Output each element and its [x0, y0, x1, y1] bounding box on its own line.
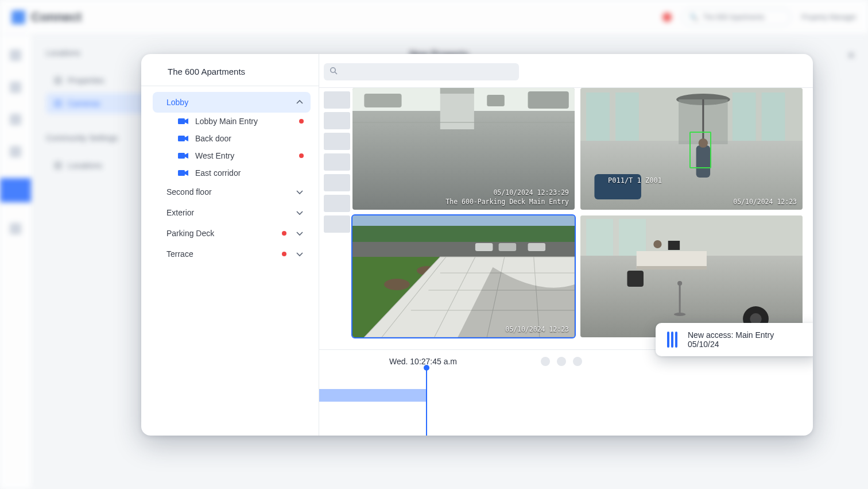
- camera-west-entry[interactable]: West Entry: [153, 147, 311, 164]
- thumbnail[interactable]: [324, 195, 350, 212]
- svg-rect-0: [178, 118, 185, 124]
- thumbnail[interactable]: [324, 133, 350, 150]
- camera-search[interactable]: [324, 63, 519, 80]
- camera-icon: [178, 152, 188, 160]
- camera-label: Back door: [195, 134, 231, 143]
- timeline-playhead[interactable]: [426, 367, 427, 436]
- global-search-text: The 600 Apartments: [703, 13, 765, 21]
- rail-item-active[interactable]: [0, 178, 31, 202]
- camera-tree-panel: The 600 Apartments Lobby Lobby Main Entr…: [141, 54, 319, 436]
- group-label: Lobby: [166, 98, 188, 107]
- building-icon: [54, 76, 62, 84]
- feed-tile-parking-deck[interactable]: 05/10/2024 12:23:29 The 600-Parking Deck…: [352, 88, 575, 210]
- camera-back-door[interactable]: Back door: [153, 130, 311, 147]
- notification-dot-icon[interactable]: [662, 13, 672, 22]
- nav-rail: [0, 34, 31, 489]
- close-icon[interactable]: ✕: [847, 50, 857, 59]
- feeds-panel: 05/10/2024 12:23:29 The 600-Parking Deck…: [319, 54, 813, 436]
- chevron-down-icon: [296, 209, 304, 217]
- feed-overlay: 05/10/2024 12:23: [505, 325, 569, 334]
- svg-rect-38: [475, 243, 493, 251]
- camera-label: Lobby Main Entry: [195, 117, 258, 126]
- camera-grid: 05/10/2024 12:23:29 The 600-Parking Deck…: [352, 88, 803, 337]
- group-label: Parking Deck: [166, 229, 214, 238]
- svg-rect-43: [586, 219, 613, 256]
- svg-rect-16: [615, 93, 639, 141]
- chevron-down-icon: [296, 229, 304, 237]
- group-parking-deck[interactable]: Parking Deck: [153, 223, 311, 244]
- svg-point-48: [653, 240, 661, 248]
- top-bar: Connect 🔍 The 600 Apartments Property Ma…: [0, 0, 868, 34]
- svg-rect-40: [528, 243, 546, 251]
- user-role[interactable]: Property Manager: [801, 13, 857, 21]
- timeline-control-button[interactable]: [573, 357, 582, 366]
- group-second-floor[interactable]: Second floor: [153, 182, 311, 202]
- alert-dot-icon: [282, 231, 286, 236]
- svg-rect-42: [580, 215, 803, 256]
- camera-tree: Lobby Lobby Main Entry Back door: [141, 86, 319, 270]
- svg-rect-12: [487, 95, 505, 106]
- rail-item-3[interactable]: [10, 114, 21, 125]
- side-row-label: Locations: [68, 161, 102, 170]
- svg-rect-1: [178, 136, 185, 141]
- chevron-up-icon: [296, 98, 304, 106]
- global-search[interactable]: 🔍 The 600 Apartments: [682, 9, 791, 26]
- rail-item-2[interactable]: [10, 82, 21, 93]
- thumbnail-strip: [319, 88, 351, 349]
- svg-rect-3: [178, 170, 185, 176]
- group-label: Second floor: [166, 187, 212, 197]
- feed-overlay: 05/10/2024 12:23:29 The 600-Parking Deck…: [445, 188, 569, 206]
- camera-icon: [178, 134, 188, 143]
- chevron-down-icon: [296, 250, 304, 258]
- svg-rect-11: [364, 94, 401, 107]
- svg-rect-18: [762, 93, 785, 141]
- detection-box: [689, 132, 711, 168]
- camera-lobby-main-entry[interactable]: Lobby Main Entry: [153, 113, 311, 130]
- timeline-control-button[interactable]: [541, 357, 550, 366]
- svg-rect-54: [627, 271, 644, 287]
- thumbnail[interactable]: [324, 215, 350, 233]
- alert-dot-icon: [282, 252, 286, 256]
- timeline-segment: [319, 389, 426, 402]
- svg-rect-10: [528, 91, 569, 109]
- camera-viewer-modal: The 600 Apartments Lobby Lobby Main Entr…: [141, 54, 813, 436]
- feed-overlay: 05/10/2024 12:23: [733, 197, 797, 206]
- access-toast[interactable]: New access: Main Entry 05/10/24: [656, 323, 813, 356]
- search-icon: 🔍: [689, 13, 698, 21]
- timeline-control-button[interactable]: [557, 357, 566, 366]
- svg-rect-47: [668, 241, 680, 250]
- camera-icon: [54, 99, 62, 107]
- feed-tile-lobby-desk[interactable]: [580, 215, 803, 337]
- svg-rect-44: [619, 219, 646, 256]
- timeline-controls: [541, 357, 582, 366]
- feed-tile-main-entry-walk[interactable]: 05/10/2024 12:23: [352, 215, 575, 337]
- timeline-timestamp: Wed. 10:27:45 a.m: [389, 357, 457, 366]
- svg-rect-46: [637, 266, 707, 269]
- timeline-track[interactable]: [319, 389, 813, 402]
- svg-rect-8: [440, 88, 474, 129]
- group-lobby[interactable]: Lobby: [153, 92, 311, 113]
- camera-search-input[interactable]: [342, 68, 513, 76]
- svg-rect-15: [586, 93, 610, 141]
- group-exterior[interactable]: Exterior: [153, 202, 311, 223]
- rail-item-4[interactable]: [10, 146, 21, 157]
- thumbnail[interactable]: [324, 91, 350, 109]
- alert-dot-icon: [299, 119, 304, 124]
- brand-mark-icon: [11, 10, 25, 24]
- feed-tile-lobby-revolving[interactable]: P011/T 1 Z001 05/10/2024 12:23: [580, 88, 803, 210]
- brand-name: Connect: [31, 10, 82, 25]
- svg-point-53: [674, 313, 685, 316]
- rail-item-6[interactable]: [10, 223, 21, 234]
- search-icon: [330, 67, 338, 77]
- group-terrace[interactable]: Terrace: [153, 244, 311, 264]
- thumbnail[interactable]: [324, 174, 350, 191]
- thumbnail[interactable]: [324, 153, 350, 171]
- timeline[interactable]: Wed. 10:27:45 a.m: [319, 349, 813, 436]
- svg-rect-9: [440, 88, 474, 94]
- thumbnail[interactable]: [324, 112, 350, 129]
- svg-rect-45: [637, 251, 707, 268]
- rail-item-1[interactable]: [10, 49, 21, 61]
- camera-east-corridor[interactable]: East corridor: [153, 164, 311, 182]
- feed-timestamp: 05/10/2024 12:23:29: [445, 188, 569, 197]
- property-name: The 600 Apartments: [141, 54, 319, 86]
